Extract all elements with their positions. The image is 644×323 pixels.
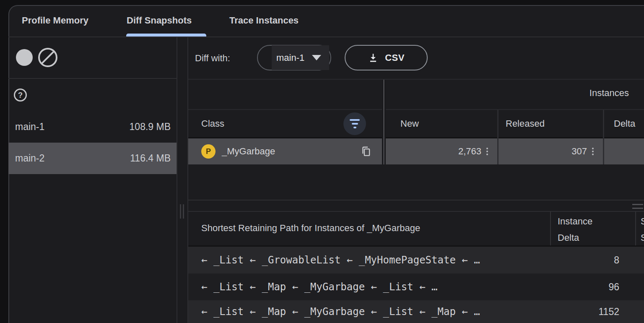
instances-group-header: Instances [589, 88, 629, 99]
diff-with-dropdown[interactable]: main-1 [257, 45, 331, 70]
instance-delta-value: 8 [550, 255, 635, 266]
snapshot-list-item-main-2[interactable]: main-2 116.4 MB [8, 143, 177, 174]
retaining-path-text: ← _List ← _Map ← _MyGarbage ← _List ← … [201, 281, 549, 293]
column-header-instance-delta[interactable]: Instance Delta [558, 213, 592, 246]
cell-context-menu-icon[interactable] [591, 147, 595, 156]
table-row-class-cell[interactable]: P _MyGarbage [188, 138, 382, 164]
snapshot-list-item-main-1[interactable]: main-1 108.9 MB [8, 111, 177, 143]
vertical-splitter-handle[interactable] [183, 204, 184, 219]
table-row-released-cell[interactable]: 307 [499, 138, 603, 164]
snapshot-name: main-1 [15, 121, 44, 133]
snapshot-size: 108.9 MB [130, 121, 171, 133]
retaining-path-title: Shortest Retaining Path for Instances of… [201, 223, 420, 234]
retaining-path-row[interactable]: ← _List ← _Map ← _MyGarbage ← _List ← _M… [188, 300, 644, 323]
new-instances-value: 2,763 [458, 146, 481, 157]
export-csv-button[interactable]: CSV [345, 45, 428, 70]
diff-with-label: Diff with: [195, 52, 230, 65]
clear-snapshots-icon[interactable] [38, 48, 57, 67]
take-snapshot-icon[interactable] [16, 49, 33, 66]
snapshot-name: main-2 [15, 153, 44, 164]
column-header-delta[interactable]: Delta [614, 117, 635, 130]
filter-icon [350, 119, 360, 121]
instance-delta-value: 1152 [550, 306, 635, 318]
class-kind-badge: P [201, 144, 216, 159]
sidebar-divider [8, 78, 177, 79]
help-icon[interactable]: ? [14, 89, 27, 102]
sidebar-right-border [177, 37, 177, 323]
instance-delta-value: 96 [550, 281, 635, 293]
column-header-class[interactable]: Class [201, 117, 224, 130]
column-header-clipped[interactable]: S S [641, 213, 644, 246]
chevron-down-icon [312, 55, 321, 60]
copy-icon[interactable] [360, 146, 372, 157]
class-name: _MyGarbage [222, 146, 360, 157]
snapshot-size: 116.4 MB [130, 153, 171, 164]
tab-profile-memory[interactable]: Profile Memory [22, 14, 88, 27]
retaining-path-row[interactable]: ← _List ← _Map ← _MyGarbage ← _List ← … … [188, 274, 644, 300]
csv-button-label: CSV [385, 52, 405, 63]
upper-pane-bottom-border [188, 200, 644, 201]
pinned-column-divider [382, 80, 386, 164]
download-icon [368, 52, 379, 63]
tab-trace-instances[interactable]: Trace Instances [229, 14, 299, 27]
lower-pane-top-border [188, 211, 644, 212]
horizontal-splitter-handle[interactable] [632, 204, 643, 205]
tabbar-divider [8, 36, 644, 37]
tab-diff-snapshots[interactable]: Diff Snapshots [127, 14, 192, 27]
column-header-new[interactable]: New [400, 117, 419, 130]
vertical-splitter-handle[interactable] [180, 204, 181, 219]
released-instances-value: 307 [571, 146, 587, 157]
table-row-delta-cell[interactable] [604, 138, 644, 164]
devtools-memory-screen: Profile Memory Diff Snapshots Trace Inst… [0, 0, 644, 323]
retaining-path-text: ← _List ← _GrowableList ← _MyHomePageSta… [201, 254, 549, 266]
class-filter-button[interactable] [343, 112, 366, 135]
table-top-border [188, 79, 644, 80]
group-header-divider [188, 109, 644, 110]
retaining-path-row[interactable]: ← _List ← _GrowableList ← _MyHomePageSta… [188, 247, 644, 274]
dropdown-selected-value: main-1 [276, 52, 304, 63]
table-row-new-cell[interactable]: 2,763 [386, 138, 497, 164]
horizontal-splitter-handle[interactable] [632, 208, 643, 209]
cell-context-menu-icon[interactable] [486, 147, 489, 156]
retaining-path-text: ← _List ← _Map ← _MyGarbage ← _List ← _M… [201, 306, 549, 318]
column-header-released[interactable]: Released [506, 117, 545, 130]
